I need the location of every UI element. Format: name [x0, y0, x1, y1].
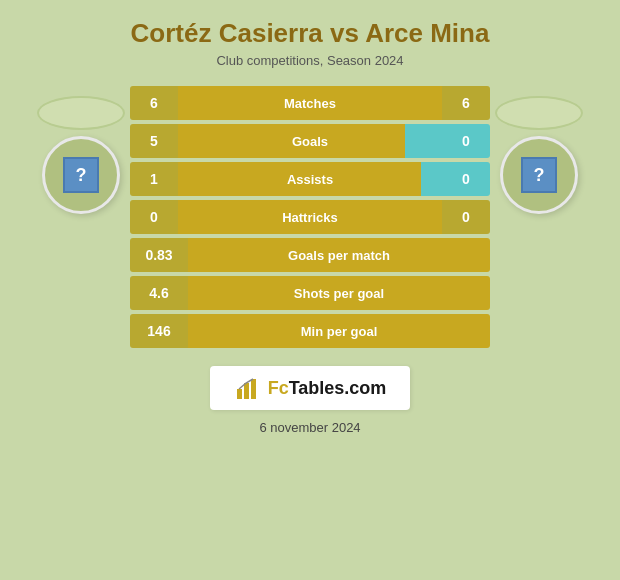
assists-label: Assists [178, 162, 442, 196]
matches-right-val: 6 [442, 86, 490, 120]
hattricks-right-val: 0 [442, 200, 490, 234]
player-right-avatar: ? [500, 136, 578, 214]
goals-per-match-val: 0.83 [130, 238, 188, 272]
stat-row-assists: 1 Assists 0 [130, 162, 490, 196]
page-title: Cortéz Casierra vs Arce Mina [131, 18, 490, 49]
stat-row-min-per-goal: 146 Min per goal [130, 314, 490, 348]
stat-row-goals-per-match: 0.83 Goals per match [130, 238, 490, 272]
goals-left-val: 5 [130, 124, 178, 158]
footer-date: 6 november 2024 [259, 420, 360, 435]
matches-label: Matches [178, 86, 442, 120]
stat-row-shots-per-goal: 4.6 Shots per goal [130, 276, 490, 310]
ellipse-top-left [37, 96, 125, 130]
stat-row-goals: 5 Goals 0 [130, 124, 490, 158]
svg-rect-0 [237, 389, 242, 399]
stat-row-matches: 6 Matches 6 [130, 86, 490, 120]
hattricks-left-val: 0 [130, 200, 178, 234]
matches-left-val: 6 [130, 86, 178, 120]
hattricks-label: Hattricks [178, 200, 442, 234]
goals-right-val: 0 [442, 124, 490, 158]
min-per-goal-val: 146 [130, 314, 188, 348]
svg-rect-1 [244, 383, 249, 399]
goals-per-match-label: Goals per match [188, 238, 490, 272]
player-right-question: ? [521, 157, 557, 193]
min-per-goal-label: Min per goal [188, 314, 490, 348]
svg-rect-2 [251, 379, 256, 399]
player-left-avatar: ? [42, 136, 120, 214]
shots-per-goal-val: 4.6 [130, 276, 188, 310]
assists-right-val: 0 [442, 162, 490, 196]
player-left-question: ? [63, 157, 99, 193]
page-subtitle: Club competitions, Season 2024 [216, 53, 403, 68]
logo-area: FcTables.com [210, 366, 411, 410]
shots-per-goal-label: Shots per goal [188, 276, 490, 310]
ellipse-top-right [495, 96, 583, 130]
stats-container: 6 Matches 6 5 Goals 0 1 Ass [130, 86, 490, 348]
stat-row-hattricks: 0 Hattricks 0 [130, 200, 490, 234]
logo-text: FcTables.com [268, 378, 387, 399]
page-wrapper: Cortéz Casierra vs Arce Mina Club compet… [0, 0, 620, 580]
goals-label: Goals [178, 124, 442, 158]
assists-left-val: 1 [130, 162, 178, 196]
chart-icon [234, 374, 262, 402]
